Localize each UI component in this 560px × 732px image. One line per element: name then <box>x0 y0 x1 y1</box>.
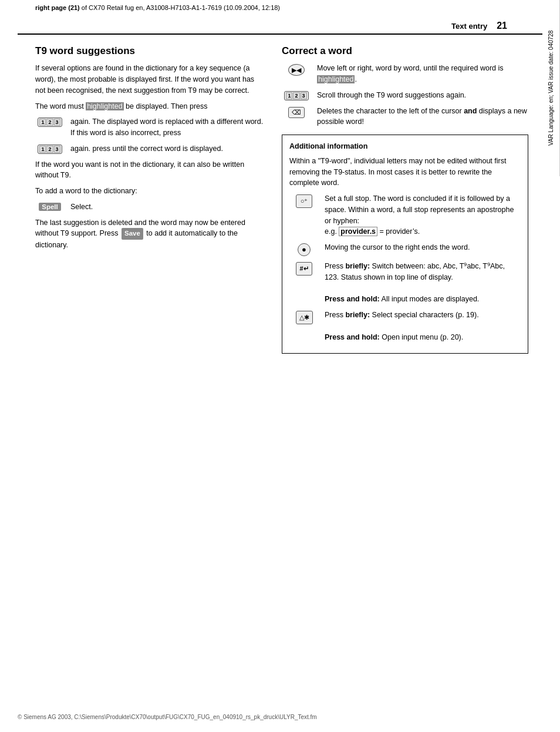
correct-row1: ▶◀ Move left or right, word by word, unt… <box>282 63 528 85</box>
main-content: T9 word suggestions If several options a… <box>0 35 560 360</box>
info-row1-main: Set a full stop. The word is concluded i… <box>325 194 514 225</box>
para2-prefix: The word must <box>35 102 86 110</box>
section-title: Text entry <box>451 22 487 31</box>
t9-scroll-icon: 123 <box>284 91 308 100</box>
nav-key-icon: ▶◀ <box>288 64 305 76</box>
c-key-icon: ⌫ <box>288 107 305 118</box>
row1-hl: highlighted <box>317 75 355 83</box>
correct-row3: ⌫ Deletes the character to the left of t… <box>282 106 528 128</box>
info-box: Additional information Within a "T9-word… <box>282 135 528 354</box>
info-row1-eg-suffix: = provider’s. <box>377 227 420 236</box>
row4-info-prefix: Press <box>325 311 345 319</box>
zero-key-icon: ○⁺ <box>296 194 312 208</box>
t9-scroll-cell: 123 <box>282 90 311 100</box>
save-button: Save <box>122 228 143 239</box>
header-bold: right page (21) <box>35 4 80 11</box>
zero-key-cell: ○⁺ <box>289 193 319 208</box>
t9-row2-text: again. press until the correct word is d… <box>70 143 264 155</box>
info-box-title: Additional information <box>289 141 521 152</box>
page-container: VAR Language: en; VAR issue date: 040728… <box>0 0 560 732</box>
info-row4: △✱ Press briefly: Select special charact… <box>289 310 521 343</box>
info-row2: ● Moving the cursor to the right ends th… <box>289 242 521 256</box>
t9-key-icon2: 123 <box>38 145 62 154</box>
t9-row1: 123 again. The displayed word is replace… <box>35 116 264 139</box>
row4-info-bold2: Press and hold: <box>325 333 380 341</box>
left-heading: T9 word suggestions <box>35 45 264 57</box>
provider-highlight: provider.s <box>339 227 377 236</box>
info-box-para: Within a "T9-word", individual letters m… <box>289 156 521 189</box>
bullet-nav-cell: ● <box>289 242 319 256</box>
left-para3: If the word you want is not in the dicti… <box>35 159 264 182</box>
c-key-cell: ⌫ <box>282 106 311 118</box>
right-column: Correct a word ▶◀ Move left or right, wo… <box>282 41 528 354</box>
correct-row2: 123 Scroll through the T9 word suggestio… <box>282 90 528 101</box>
row4-info-text: Select special characters (p. 19). <box>370 311 479 319</box>
copyright-text: © Siemens AG 2003, C:\Siemens\Produkte\C… <box>18 714 317 720</box>
highlighted-word: highlighted <box>86 102 123 110</box>
spell-cell: Spell <box>35 202 65 211</box>
row1-suffix: . <box>355 75 356 83</box>
row3-prefix: Deletes the character to the left of the… <box>317 107 464 115</box>
t9-icon-cell1: 123 <box>35 116 65 127</box>
t9-key-icon1: 123 <box>38 117 62 127</box>
right-heading: Correct a word <box>282 45 528 57</box>
row4-info-bold1: briefly: <box>345 311 370 319</box>
page-number-area: Text entry 21 <box>18 16 542 35</box>
correct-row1-text: Move left or right, word by word, until … <box>317 63 528 85</box>
row4-info-text2: Open input menu (p. 20). <box>380 333 463 341</box>
spell-row: Spell Select. <box>35 202 264 213</box>
left-para5: The last suggestion is deleted and the w… <box>35 217 264 251</box>
left-para1: If several options are found in the dict… <box>35 63 264 96</box>
hash-key-cell: #↵ <box>289 261 319 276</box>
star-key-icon: △✱ <box>296 311 313 324</box>
nav-key-cell: ▶◀ <box>282 63 311 76</box>
info-row3: #↵ Press briefly: Switch between: abc, A… <box>289 261 521 305</box>
t9-row1-text: again. The displayed word is replaced wi… <box>70 116 264 139</box>
spell-button: Spell <box>39 203 60 211</box>
header-rest: of CX70 Retail fug en, A31008-H7103-A1-1… <box>80 4 280 11</box>
side-label: VAR Language: en; VAR issue date: 040728 <box>542 0 560 176</box>
row1-text: Move left or right, word by word, until … <box>317 64 504 72</box>
left-para2: The word must highlighted be displayed. … <box>35 101 264 112</box>
hash-key-icon: #↵ <box>296 262 312 276</box>
bottom-bar: © Siemens AG 2003, C:\Siemens\Produkte\C… <box>0 714 560 720</box>
row3-info-text2: All input modes are displayed. <box>380 295 480 303</box>
info-row1-eg-prefix: e.g. <box>325 227 339 236</box>
row3-bold: and <box>464 107 477 115</box>
top-header: right page (21) of CX70 Retail fug en, A… <box>0 0 560 16</box>
spell-text: Select. <box>70 202 264 213</box>
info-row3-text: Press briefly: Switch between: abc, Abc,… <box>325 261 521 305</box>
para2-suffix: be displayed. Then press <box>124 102 208 110</box>
info-row1-text: Set a full stop. The word is concluded i… <box>325 193 521 237</box>
star-key-cell: △✱ <box>289 310 319 324</box>
t9-row2: 123 again. press until the correct word … <box>35 143 264 155</box>
left-column: T9 word suggestions If several options a… <box>35 41 264 354</box>
correct-row3-text: Deletes the character to the left of the… <box>317 106 528 128</box>
left-para4: To add a word to the dictionary: <box>35 186 264 197</box>
row3-info-bold2: Press and hold: <box>325 295 380 303</box>
info-row2-text: Moving the cursor to the right ends the … <box>325 242 521 253</box>
row3-info-bold1: briefly: <box>345 262 370 270</box>
t9-icon-cell2: 123 <box>35 143 65 154</box>
correct-row2-text: Scroll through the T9 word suggestions a… <box>317 90 528 101</box>
info-row4-text: Press briefly: Select special characters… <box>325 310 521 343</box>
info-row1: ○⁺ Set a full stop. The word is conclude… <box>289 193 521 237</box>
row3-info-prefix: Press <box>325 262 345 270</box>
page-number: 21 <box>497 21 507 31</box>
bullet-nav-icon: ● <box>298 243 311 256</box>
